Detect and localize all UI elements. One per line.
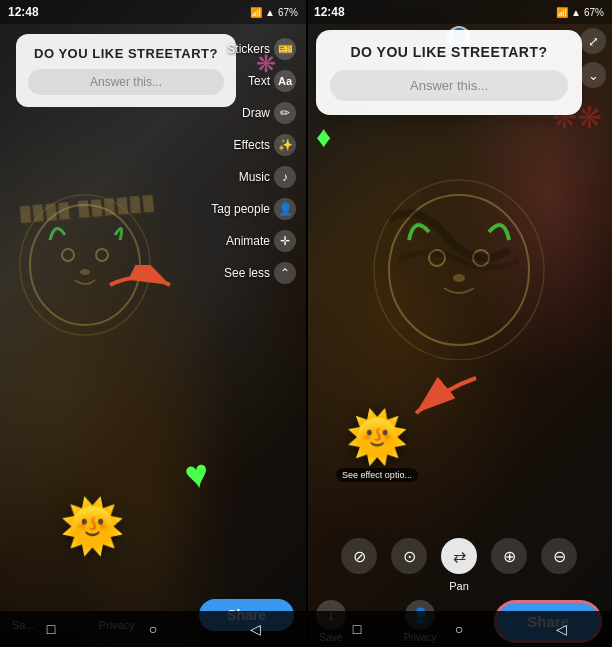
left-status-bar: 12:48 📶 ▲ 67% [0,0,306,24]
toolbar-icon-slash[interactable]: ⊘ [341,538,377,574]
tag-people-icon: 👤 [274,198,296,220]
right-status-icons: 📶 ▲ 67% [556,7,604,18]
menu-item-tag-people[interactable]: Tag people 👤 [205,194,302,224]
menu-item-stickers[interactable]: Stickers 🎫 [221,34,302,64]
pan-label: Pan [449,580,469,592]
nav-bar-left: □ ○ ◁ [0,611,306,647]
emoji-sun-right: 🌞 [346,408,408,466]
right-top-icons: ⤢ ⌄ [580,28,606,88]
signal-icon: 📶 [250,7,262,18]
stickers-icon: 🎫 [274,38,296,60]
lion-art-left [10,180,150,340]
side-menu: Stickers 🎫 Text Aa Draw ✏ Effects ✨ Musi… [240,34,306,288]
svg-point-2 [62,249,74,261]
music-label: Music [239,170,270,184]
nav-back-right[interactable]: ◁ [547,615,575,643]
arrow-pointing-sun [406,373,486,427]
question-card-left: DO YOU LIKE STREETART? Answer this... [16,34,236,107]
svg-point-4 [80,269,90,275]
toolbar-icon-circle[interactable]: ⊙ [391,538,427,574]
toolbar-icons-row: ⊘ ⊙ ⇄ ⊕ ⊖ [341,538,577,574]
question-card-right: DO YOU LIKE STREETART? Answer this... [316,30,582,115]
right-icon-2[interactable]: ⌄ [580,62,606,88]
right-battery-text: 67% [584,7,604,18]
question-title-right: DO YOU LIKE STREETART? [330,44,568,60]
right-panel: ❋❋ 12:48 📶 ▲ 67% DO YOU LIKE STREETART? … [306,0,612,647]
toolbar-icon-swap[interactable]: ⇄ [441,538,477,574]
effects-icon: ✨ [274,134,296,156]
see-less-icon: ⌃ [274,262,296,284]
menu-item-effects[interactable]: Effects ✨ [228,130,302,160]
emoji-sun-left: 🌞 [60,496,125,557]
left-time: 12:48 [8,5,39,19]
toolbar-icon-zoom-out[interactable]: ⊖ [541,538,577,574]
arrow-icon: ▲ [265,7,275,18]
menu-item-draw[interactable]: Draw ✏ [236,98,302,128]
draw-label: Draw [242,106,270,120]
answer-input-left[interactable]: Answer this... [28,69,224,95]
nav-square-right[interactable]: □ [343,615,371,643]
nav-circle-right[interactable]: ○ [445,615,473,643]
menu-item-see-less[interactable]: See less ⌃ [218,258,302,288]
battery-text: 67% [278,7,298,18]
effects-label: Effects [234,138,270,152]
see-less-label: See less [224,266,270,280]
nav-square-left[interactable]: □ [37,615,65,643]
draw-icon: ✏ [274,102,296,124]
menu-item-music[interactable]: Music ♪ [233,162,302,192]
right-signal-icon: 📶 [556,7,568,18]
animate-icon: ✛ [274,230,296,252]
text-label: Text [248,74,270,88]
answer-input-right[interactable]: Answer this... [330,70,568,101]
right-status-bar: 12:48 📶 ▲ 67% [306,0,612,24]
right-time: 12:48 [314,5,345,19]
arrow-pointing-animate [100,265,180,309]
nav-circle-left[interactable]: ○ [139,615,167,643]
svg-point-3 [96,249,108,261]
menu-item-text[interactable]: Text Aa [242,66,302,96]
svg-point-10 [453,274,465,282]
music-icon: ♪ [274,166,296,188]
svg-point-7 [374,180,544,360]
question-title-left: DO YOU LIKE STREETART? [28,46,224,61]
nav-bar-right: □ ○ ◁ [306,611,612,647]
stickers-label: Stickers [227,42,270,56]
left-panel: ████ ██████ ❋ 12:48 📶 ▲ 67% DO YOU LIKE … [0,0,306,647]
see-effect-label[interactable]: See effect optio... [336,468,418,482]
menu-item-animate[interactable]: Animate ✛ [220,226,302,256]
lion-art-right [306,160,612,360]
right-icon-1[interactable]: ⤢ [580,28,606,54]
toolbar-icon-zoom-in[interactable]: ⊕ [491,538,527,574]
left-status-icons: 📶 ▲ 67% [250,7,298,18]
animate-label: Animate [226,234,270,248]
panel-divider [306,0,308,647]
green-marks-decoration: ♦ [316,120,331,154]
tag-people-label: Tag people [211,202,270,216]
right-arrow-icon: ▲ [571,7,581,18]
bottom-toolbar: ⊘ ⊙ ⇄ ⊕ ⊖ Pan [306,538,612,592]
nav-back-left[interactable]: ◁ [241,615,269,643]
text-icon: Aa [274,70,296,92]
